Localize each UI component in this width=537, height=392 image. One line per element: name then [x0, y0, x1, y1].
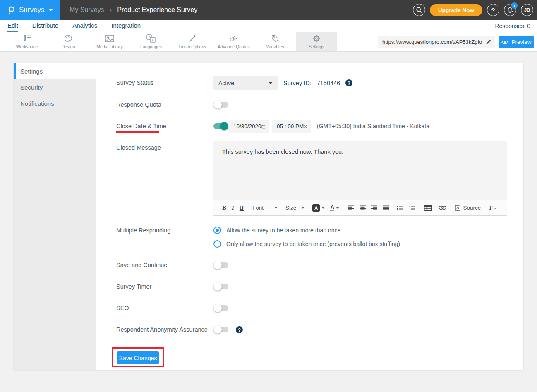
align-right-button[interactable] — [371, 205, 377, 210]
close-date-time-label: Close Date & Time — [116, 123, 166, 129]
tab-distribute[interactable]: Distribute — [32, 20, 58, 32]
variables-icon — [270, 34, 280, 43]
survey-url-input[interactable] — [378, 39, 485, 45]
source-button[interactable]: Source — [455, 205, 481, 211]
tab-analytics[interactable]: Analytics — [72, 20, 97, 32]
svg-text:*: * — [149, 35, 150, 39]
seo-label: SEO — [116, 305, 129, 311]
toolbar-item-workspace[interactable]: Workspace — [6, 32, 48, 51]
app-root: Surveys My Surveys › Product Experience … — [0, 0, 537, 392]
toolbar-item-design[interactable]: Design — [48, 32, 89, 51]
search-button[interactable] — [413, 4, 425, 16]
preview-button[interactable]: Preview — [499, 36, 534, 48]
table-icon — [424, 205, 432, 211]
size-dropdown[interactable]: Size — [285, 205, 304, 211]
advance-quotas-icon — [228, 34, 239, 43]
chevron-down-icon — [301, 207, 304, 209]
breadcrumb-separator: › — [110, 6, 112, 14]
annotation-underline — [116, 131, 159, 133]
languages-icon: *A — [146, 34, 156, 43]
font-dropdown[interactable]: Font — [252, 205, 278, 211]
chevron-down-icon — [268, 82, 273, 84]
align-center-button[interactable] — [360, 205, 366, 210]
sidebar-item-settings[interactable]: Settings — [14, 63, 96, 79]
form-divider — [116, 347, 513, 347]
survey-status-dropdown[interactable]: Active — [213, 76, 278, 90]
settings-gear-icon — [312, 34, 321, 43]
close-date-field[interactable]: 10/30/2020 — [229, 120, 269, 133]
toolbar-item-media-library[interactable]: Media Library — [89, 32, 130, 51]
edit-url-button[interactable] — [485, 39, 495, 45]
respondent-anonymity-help-icon[interactable]: ? — [236, 326, 243, 333]
closed-message-textarea[interactable]: This survey has been closed now. Thank y… — [213, 141, 507, 200]
insert-table-button[interactable] — [424, 205, 432, 211]
breadcrumb: My Surveys › Product Experience Survey — [70, 0, 197, 20]
chevron-down-icon — [336, 207, 339, 209]
text-color-button[interactable]: A — [330, 205, 339, 211]
settings-card: Settings Security Notifications Survey S… — [14, 63, 523, 370]
save-changes-button[interactable]: Save Changes — [117, 351, 159, 364]
avatar[interactable]: JB — [521, 4, 533, 16]
edit-toolbar: Workspace Design Media Library *A Langua… — [0, 32, 537, 52]
insert-link-button[interactable] — [439, 206, 446, 210]
notifications-button[interactable]: 1 — [504, 4, 516, 16]
closed-message-editor: This survey has been closed now. Thank y… — [213, 141, 507, 216]
save-and-continue-label: Save and Continue — [116, 262, 167, 268]
respondent-anonymity-toggle[interactable] — [213, 325, 228, 334]
italic-button[interactable]: I — [232, 204, 234, 211]
survey-status-label: Survey Status — [116, 79, 153, 86]
survey-timer-toggle[interactable] — [213, 282, 228, 291]
remove-format-button[interactable]: Tx — [489, 204, 496, 211]
section-tabs: Edit Distribute Analytics Integration Re… — [0, 20, 537, 32]
richtext-toolbar: B I U Font Size A A 12 Source Tx — [213, 200, 507, 216]
radio-button[interactable] — [213, 227, 221, 234]
response-quota-toggle[interactable] — [213, 100, 228, 109]
close-time-field[interactable]: 05 : 00 PM — [272, 120, 311, 133]
radio-button[interactable] — [213, 240, 221, 248]
multiple-responding-label: Multiple Responding — [116, 227, 170, 234]
product-switcher[interactable]: Surveys — [0, 0, 60, 20]
tab-integration[interactable]: Integration — [111, 20, 141, 32]
survey-id-value: 7150446 — [317, 80, 340, 86]
underline-button[interactable]: U — [240, 205, 244, 211]
eye-icon — [501, 40, 508, 45]
questionpro-logo-icon — [7, 5, 15, 15]
question-mark-icon: ? — [491, 7, 495, 14]
svg-text:1: 1 — [409, 205, 410, 208]
justify-icon — [383, 205, 389, 210]
toolbar-item-languages[interactable]: *A Languages — [130, 32, 172, 51]
align-left-button[interactable] — [348, 205, 354, 210]
bold-button[interactable]: B — [222, 204, 226, 211]
sidebar-item-security[interactable]: Security — [14, 79, 96, 96]
header-actions: Upgrade Now ? 1 JB — [413, 4, 533, 16]
justify-button[interactable] — [383, 205, 389, 210]
close-date-time-toggle[interactable] — [213, 122, 228, 130]
survey-id-help-icon[interactable]: ? — [345, 79, 352, 86]
responses-count: Responses: 0 — [495, 20, 530, 32]
workspace-icon — [22, 34, 32, 43]
respondent-anonymity-label: Respondent Anonymity Assurance — [116, 326, 208, 333]
tab-edit[interactable]: Edit — [7, 20, 18, 32]
upgrade-now-button[interactable]: Upgrade Now — [430, 4, 482, 16]
seo-toggle[interactable] — [213, 304, 228, 312]
close-time-value: 05 : 00 PM — [277, 123, 304, 129]
svg-text:A: A — [151, 38, 154, 42]
breadcrumb-my-surveys[interactable]: My Surveys — [70, 6, 104, 14]
align-right-icon — [371, 205, 377, 210]
background-color-button[interactable]: A — [312, 204, 325, 212]
toolbar-item-advance-quotas[interactable]: Advance Quotas — [213, 32, 254, 51]
save-and-continue-toggle[interactable] — [213, 261, 228, 269]
bullet-list-button[interactable] — [397, 205, 403, 210]
toolbar-item-variables[interactable]: Variables — [254, 32, 296, 51]
toolbar-item-settings[interactable]: Settings — [296, 32, 337, 51]
radio-option-allow-multiple[interactable]: Allow the survey to be taken more than o… — [213, 227, 340, 234]
clock-icon — [304, 124, 307, 129]
top-header: Surveys My Surveys › Product Experience … — [0, 0, 537, 20]
sidebar-item-notifications[interactable]: Notifications — [14, 96, 96, 112]
toolbar-item-finish-options[interactable]: Finish Options — [172, 32, 213, 51]
help-button[interactable]: ? — [487, 4, 499, 16]
closed-message-label: Closed Message — [116, 144, 161, 151]
timezone-text: (GMT+05:30) India Standard Time - Kolkat… — [317, 123, 429, 129]
radio-option-only-once[interactable]: Only allow the survey to be taken once (… — [213, 240, 400, 248]
numbered-list-button[interactable]: 12 — [409, 205, 415, 210]
